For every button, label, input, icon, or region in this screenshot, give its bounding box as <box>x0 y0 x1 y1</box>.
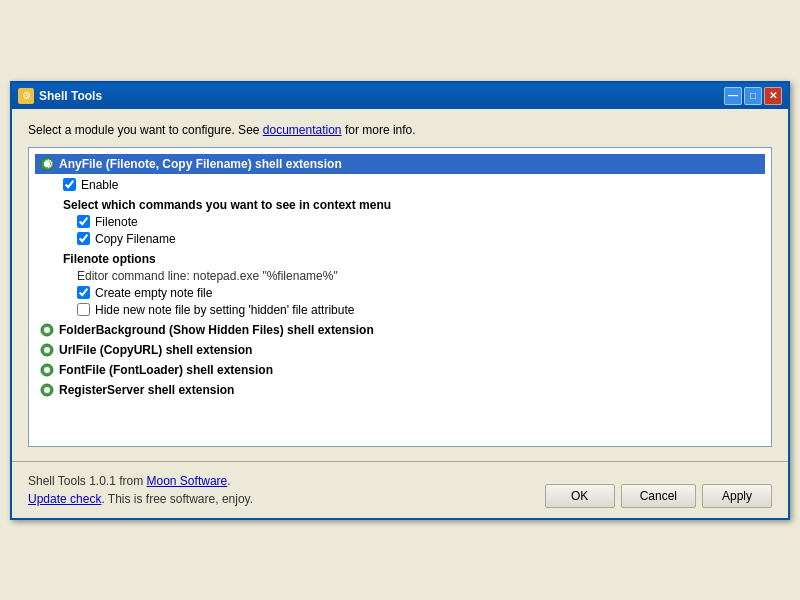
create-empty-note-label: Create empty note file <box>95 286 212 300</box>
maximize-button[interactable]: □ <box>744 87 762 105</box>
update-check-link[interactable]: Update check <box>28 492 101 506</box>
context-menu-header: Select which commands you want to see in… <box>63 198 765 212</box>
shell-tools-window: ⚙ Shell Tools — □ ✕ Select a module you … <box>10 81 790 520</box>
hide-new-note-label: Hide new note file by setting 'hidden' f… <box>95 303 354 317</box>
copy-filename-row: Copy Filename <box>63 232 765 246</box>
folderbackground-label: FolderBackground (Show Hidden Files) she… <box>59 323 374 337</box>
hide-new-note-checkbox[interactable] <box>77 303 90 316</box>
apply-button[interactable]: Apply <box>702 484 772 508</box>
description-text: Select a module you want to configure. S… <box>28 123 772 137</box>
module-list: ⚙ AnyFile (Filenote, Copy Filename) shel… <box>28 147 772 447</box>
cancel-button[interactable]: Cancel <box>621 484 696 508</box>
title-bar: ⚙ Shell Tools — □ ✕ <box>12 83 788 109</box>
folderbackground-icon <box>39 322 55 338</box>
description-suffix: for more info. <box>342 123 416 137</box>
registerserver-icon <box>39 382 55 398</box>
module-item-registerserver[interactable]: RegisterServer shell extension <box>35 380 765 400</box>
ok-button[interactable]: OK <box>545 484 615 508</box>
enable-row: Enable <box>63 178 765 192</box>
enable-checkbox[interactable] <box>63 178 76 191</box>
title-bar-left: ⚙ Shell Tools <box>18 88 102 104</box>
documentation-link[interactable]: documentation <box>263 123 342 137</box>
window-icon: ⚙ <box>18 88 34 104</box>
registerserver-label: RegisterServer shell extension <box>59 383 234 397</box>
svg-point-8 <box>44 367 50 373</box>
filenote-row: Filenote <box>63 215 765 229</box>
copy-filename-checkbox[interactable] <box>77 232 90 245</box>
filenote-options-header: Filenote options <box>63 252 765 266</box>
create-empty-note-row: Create empty note file <box>63 286 765 300</box>
hide-new-note-row: Hide new note file by setting 'hidden' f… <box>63 303 765 317</box>
anyfile-label: AnyFile (Filenote, Copy Filename) shell … <box>59 157 342 171</box>
urlfile-icon <box>39 342 55 358</box>
svg-point-4 <box>44 327 50 333</box>
moon-software-link[interactable]: Moon Software <box>147 474 228 488</box>
footer-text: Shell Tools 1.0.1 from Moon Software. Up… <box>28 472 253 508</box>
footer-version-line: Shell Tools 1.0.1 from Moon Software. <box>28 472 253 490</box>
editor-command-line: Editor command line: notepad.exe "%filen… <box>63 269 765 283</box>
fontfile-icon <box>39 362 55 378</box>
dialog-buttons: OK Cancel Apply <box>545 484 772 508</box>
title-buttons: — □ ✕ <box>724 87 782 105</box>
module-item-urlfile[interactable]: UrlFile (CopyURL) shell extension <box>35 340 765 360</box>
bottom-bar: Shell Tools 1.0.1 from Moon Software. Up… <box>12 461 788 518</box>
update-suffix: . This is free software, enjoy. <box>101 492 253 506</box>
close-button[interactable]: ✕ <box>764 87 782 105</box>
footer-update-line: Update check. This is free software, enj… <box>28 490 253 508</box>
module-item-fontfile[interactable]: FontFile (FontLoader) shell extension <box>35 360 765 380</box>
create-empty-note-checkbox[interactable] <box>77 286 90 299</box>
window-title: Shell Tools <box>39 89 102 103</box>
anyfile-icon: ⚙ <box>39 156 55 172</box>
version-prefix: Shell Tools 1.0.1 from <box>28 474 147 488</box>
module-item-anyfile[interactable]: ⚙ AnyFile (Filenote, Copy Filename) shel… <box>35 154 765 174</box>
svg-point-10 <box>44 387 50 393</box>
svg-text:⚙: ⚙ <box>43 157 54 171</box>
version-suffix: . <box>227 474 230 488</box>
copy-filename-label: Copy Filename <box>95 232 176 246</box>
enable-label: Enable <box>81 178 118 192</box>
filenote-checkbox[interactable] <box>77 215 90 228</box>
urlfile-label: UrlFile (CopyURL) shell extension <box>59 343 252 357</box>
description-prefix: Select a module you want to configure. S… <box>28 123 263 137</box>
filenote-label: Filenote <box>95 215 138 229</box>
anyfile-settings: Enable Select which commands you want to… <box>35 178 765 317</box>
main-content: Select a module you want to configure. S… <box>12 109 788 461</box>
minimize-button[interactable]: — <box>724 87 742 105</box>
fontfile-label: FontFile (FontLoader) shell extension <box>59 363 273 377</box>
svg-point-6 <box>44 347 50 353</box>
module-item-folderbackground[interactable]: FolderBackground (Show Hidden Files) she… <box>35 320 765 340</box>
